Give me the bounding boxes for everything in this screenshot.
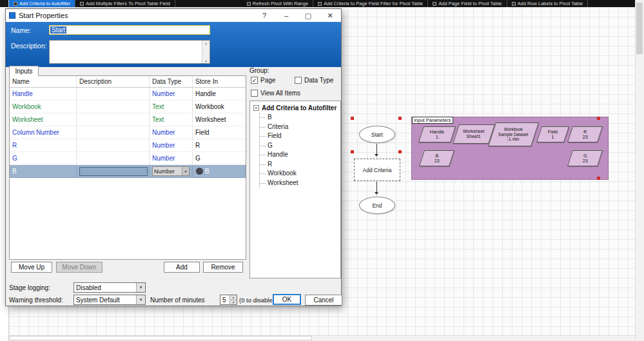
selection-handle[interactable]	[597, 117, 600, 120]
minutes-spinner[interactable]: 5 ▴ ▾	[220, 295, 237, 305]
selection-handle[interactable]	[398, 150, 402, 153]
help-icon[interactable]: ?	[253, 12, 275, 19]
add-button[interactable]: Add	[164, 262, 200, 273]
data-item-field[interactable]: Field1	[536, 126, 569, 142]
checkbox-checked-icon[interactable]: ✓	[251, 77, 258, 84]
ok-button[interactable]: OK	[273, 294, 301, 305]
tree-item[interactable]: G	[260, 141, 340, 151]
checkbox-unchecked-icon[interactable]	[251, 90, 258, 97]
minimize-icon[interactable]: –	[275, 12, 297, 19]
move-down-button[interactable]: Move Down	[56, 262, 102, 273]
process-tabs-bar: Add Criteria to Autofilter Add Multiple …	[9, 0, 635, 7]
data-item-workbook[interactable]: WorkbookSample Dataset-1.xlsx	[488, 122, 539, 146]
app-icon	[0, 0, 8, 7]
table-row[interactable]: Workbook Text Workbook	[10, 101, 246, 113]
group-tree: − Add Criteria to Autofilter B Criteria …	[249, 101, 341, 278]
tab-label: Refresh Pivot With Range	[253, 1, 308, 6]
tree-item[interactable]: Handle	[260, 150, 340, 160]
tab-add-page-field[interactable]: Add Page Field to Pivot Table	[428, 0, 507, 7]
table-header-row: Name Description Data Type Store In	[10, 76, 246, 88]
data-item-worksheet[interactable]: WorksheetSheet1	[453, 124, 495, 144]
data-item-r[interactable]: R23	[567, 126, 603, 142]
end-stage[interactable]: End	[359, 197, 395, 214]
table-row[interactable]: Worksheet Text Worksheet	[10, 113, 246, 126]
row-description[interactable]	[77, 165, 150, 177]
tree-item[interactable]: R	[260, 160, 340, 170]
row-store-in[interactable]: B	[193, 165, 246, 177]
checkbox-page[interactable]: ✓ Page	[251, 77, 275, 84]
row-description	[77, 126, 150, 139]
horizontal-scrollbar-thumb[interactable]	[9, 336, 312, 340]
close-icon[interactable]: ✕	[319, 12, 341, 20]
table-row-selected[interactable]: B Number ▾ B	[10, 165, 246, 178]
row-store-in: G	[193, 152, 246, 164]
table-row[interactable]: G Number G	[10, 152, 246, 165]
stage-logging-dropdown[interactable]: Disabled ▾	[73, 282, 146, 293]
stage-logging-value: Disabled	[76, 284, 101, 291]
tab-add-criteria-to-autofilter[interactable]: Add Criteria to Autofilter	[9, 0, 75, 7]
checkbox-unchecked-icon[interactable]	[295, 77, 302, 84]
dialog-title: Start Properties	[19, 12, 253, 19]
start-stage[interactable]: Start	[359, 126, 395, 143]
data-type-dropdown[interactable]: Number ▾	[152, 166, 190, 176]
tab-add-criteria-page-field[interactable]: Add Criteria to Page Field Filter for Pi…	[313, 0, 428, 7]
data-item-handle[interactable]: Handle1	[418, 126, 456, 142]
tab-label: Add Criteria to Autofilter	[19, 1, 70, 6]
cancel-button[interactable]: Cancel	[305, 295, 342, 306]
tab-label: Add Row Labels to Pivot Table	[518, 1, 583, 6]
data-item-g[interactable]: G23	[567, 150, 603, 166]
selection-handle[interactable]	[351, 117, 354, 120]
warning-threshold-value: System Default	[76, 297, 120, 304]
tab-add-row-labels[interactable]: Add Row Labels to Pivot Table	[507, 0, 589, 7]
dialog-titlebar[interactable]: Start Properties ? – ▢ ✕	[6, 9, 341, 22]
data-item-b[interactable]: B23	[419, 150, 454, 166]
spin-down-icon[interactable]: ▾	[230, 300, 237, 305]
move-up-button[interactable]: Move Up	[11, 262, 52, 273]
process-tab-icon	[318, 2, 322, 6]
tree-item[interactable]: Worksheet	[260, 179, 340, 188]
maximize-icon[interactable]: ▢	[297, 12, 319, 20]
selection-handle[interactable]	[351, 150, 354, 153]
checkbox-view-all-items[interactable]: View All Items	[251, 90, 300, 97]
tree-collapse-icon[interactable]: −	[253, 105, 259, 111]
checkbox-label: View All Items	[260, 90, 300, 97]
tab-refresh-pivot[interactable]: Refresh Pivot With Range	[242, 0, 313, 7]
data-type-value: Number	[154, 168, 175, 175]
tree-root-node[interactable]: − Add Criteria to Autofilter	[250, 101, 340, 113]
chevron-down-icon[interactable]: ▾	[136, 295, 145, 304]
description-label: Description:	[11, 42, 46, 50]
remove-button[interactable]: Remove	[203, 262, 243, 273]
process-tab-icon	[14, 2, 17, 6]
warning-threshold-dropdown[interactable]: System Default ▾	[73, 295, 146, 305]
add-criteria-stage[interactable]: Add Criteria	[354, 159, 400, 181]
table-row[interactable]: R Number R	[10, 139, 246, 152]
selection-handle[interactable]	[597, 177, 600, 180]
tree-item[interactable]: Criteria	[260, 122, 340, 132]
tab-add-multiple-filters[interactable]: Add Multiple Filters To Pivot Table Fiel…	[75, 0, 175, 7]
scroll-down-icon[interactable]: ▾	[205, 59, 207, 63]
name-input[interactable]: Start	[49, 25, 210, 35]
description-editor[interactable]	[79, 167, 148, 176]
spin-up-icon[interactable]: ▴	[230, 295, 237, 300]
table-row[interactable]: Column Number Number Field	[10, 126, 246, 139]
tree-item[interactable]: Field	[260, 132, 340, 141]
spinner-arrows[interactable]: ▴ ▾	[229, 295, 237, 304]
vertical-scrollbar-thumb[interactable]	[636, 3, 643, 54]
checkbox-data-type[interactable]: Data Type	[295, 77, 333, 84]
selection-handle[interactable]	[398, 117, 402, 120]
row-name: B	[10, 165, 77, 177]
tree-item[interactable]: Workbook	[260, 169, 340, 179]
tab-inputs[interactable]: Inputs	[9, 66, 39, 76]
textarea-scrollbar[interactable]: ▴ ▾	[202, 41, 210, 63]
tree-item[interactable]: B	[260, 113, 340, 122]
chevron-down-icon[interactable]: ▾	[182, 167, 189, 175]
tab-inputs-label: Inputs	[15, 68, 32, 75]
table-row[interactable]: Handle Number Handle	[10, 88, 246, 101]
data-item-text: Field1	[548, 130, 558, 140]
row-data-type: Text	[150, 101, 193, 113]
description-textarea[interactable]: ▴ ▾	[49, 40, 210, 64]
row-data-type[interactable]: Number ▾	[150, 165, 193, 177]
scroll-up-icon[interactable]: ▴	[205, 41, 207, 45]
chevron-down-icon[interactable]: ▾	[136, 283, 145, 292]
data-item-text: Handle1	[430, 130, 444, 140]
